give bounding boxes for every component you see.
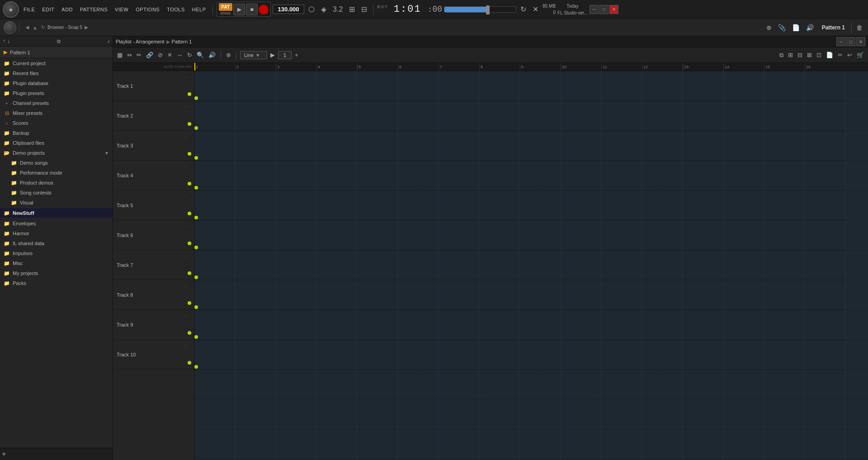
track-9-header[interactable]: Track 9 ··· [113,310,194,340]
browser-item-plugin-presets[interactable]: 📁 Plugin presets [0,88,113,98]
playlist-minimize[interactable]: ─ [836,37,845,46]
icon-plus-col[interactable]: ⊕ [764,23,774,32]
browser-item-product-demos[interactable]: 📁 Product demos [0,178,113,188]
browser-item-newstuff[interactable]: 📁 NewStuff [0,208,113,218]
pl-icon-repeat[interactable]: ↻ [186,51,193,59]
menu-edit[interactable]: EDIT [39,5,57,14]
pl-icon-link[interactable]: 🔗 [145,51,155,59]
menu-tools[interactable]: TOOLS [164,5,188,14]
icon-page[interactable]: 📄 [790,23,802,32]
pl-right-icon-6[interactable]: 📄 [825,51,835,59]
pl-step-plus[interactable]: + [293,51,300,59]
track-10-header[interactable]: Track 10 ··· [113,340,194,370]
app-logo[interactable]: ● [3,1,19,18]
pl-right-icon-9[interactable]: 🛒 [855,51,865,59]
browser-item-misc[interactable]: 📁 Misc [0,258,113,268]
grid-row-7[interactable] [194,250,845,280]
line-mode-select[interactable]: Line ▼ [240,51,267,59]
browser-item-envelopes[interactable]: 📁 Envelopes [0,218,113,228]
pl-right-icon-5[interactable]: ⊡ [815,51,823,59]
track-2-header[interactable]: Track 2 ··· [113,101,194,131]
grid-row-6[interactable] [194,220,845,250]
pl-right-icon-2[interactable]: ⊞ [787,51,794,59]
menu-help[interactable]: HELP [189,5,209,14]
browser-up-icon[interactable]: ↑ [3,38,5,44]
pl-icon-extra1[interactable]: ⊕ [225,51,232,59]
nav-forward[interactable]: ▶ [83,24,90,31]
browser-item-plugin-database[interactable]: 📁 Plugin database [0,78,113,88]
pl-icon-delete[interactable]: ✕ [166,51,174,59]
track-6-header[interactable]: Track 6 ··· [113,220,194,250]
browser-item-backup[interactable]: 📁 Backup [0,128,113,138]
pl-icon-mute[interactable]: ⊘ [156,51,164,59]
menu-file[interactable]: FILE [21,5,38,14]
track-3-header[interactable]: Track 3 ··· [113,131,194,161]
grid-row-10[interactable] [194,340,845,370]
grid-row-1[interactable] [194,71,845,101]
maximize-button[interactable]: □ [599,5,609,14]
browser-item-impulses[interactable]: 📁 Impulses [0,248,113,258]
grid-row-9[interactable] [194,310,845,340]
browser-item-packs[interactable]: 📁 Packs [0,278,113,288]
record-button[interactable] [259,5,269,14]
play-button[interactable]: ▶ [233,4,245,15]
tempo-display[interactable]: 130.000 [273,5,304,14]
minimize-button[interactable]: ─ [590,5,599,14]
browser-item-my-projects[interactable]: 📁 My projects [0,268,113,278]
pl-right-icon-8[interactable]: ↩ [846,51,854,59]
track-1-header[interactable]: Track 1 ··· [113,71,194,101]
tool-icon-5[interactable]: ⊟ [359,3,369,15]
browser-item-song-contests[interactable]: 📁 Song contests [0,188,113,198]
icon-speaker[interactable]: 🔊 [804,23,816,32]
menu-view[interactable]: VIEW [112,5,131,14]
browser-item-demo-projects[interactable]: 📂 Demo projects ▼ [0,148,113,158]
tool-icon-3[interactable]: 3.2 [330,4,345,15]
browser-item-channel-presets[interactable]: ▪ Channel presets [0,98,113,108]
stop-button[interactable]: ■ [246,4,258,15]
browser-item-current-project[interactable]: 📁 Current project [0,58,113,68]
pl-icon-zoom[interactable]: 🔍 [195,51,205,59]
pl-icon-vol[interactable]: 🔊 [207,51,217,59]
grid-row-2[interactable] [194,101,845,131]
browser-item-clipboard[interactable]: 📁 Clipboard files [0,138,113,148]
step-value[interactable]: 1 [278,51,292,59]
right-icon-1[interactable]: ↻ [518,3,528,15]
grid-row-5[interactable] [194,190,845,220]
browser-copy-icon[interactable]: ⧉ [57,38,61,44]
menu-patterns[interactable]: PATTERNS [77,5,110,14]
master-pitch-knob[interactable] [4,21,16,34]
right-icon-2[interactable]: ✕ [530,3,541,15]
track-7-header[interactable]: Track 7 ··· [113,250,194,280]
tool-icon-4[interactable]: ⊞ [347,3,357,15]
browser-add-button[interactable]: + [2,450,6,458]
browser-item-recent-files[interactable]: 📁 Recent files [0,68,113,78]
pl-icon-grid[interactable]: ▦ [116,51,124,59]
master-volume-slider[interactable] [444,6,516,13]
grid-row-3[interactable] [194,131,845,161]
playlist-close[interactable]: ✕ [856,37,865,46]
icon-clip[interactable]: 📎 [776,23,788,32]
browser-item-il-shared[interactable]: 📁 IL shared data [0,238,113,248]
pl-icon-arrow-lr[interactable]: ↔ [175,51,184,59]
browser-item-performance-mode[interactable]: 📁 Performance mode [0,168,113,178]
pl-play-icon[interactable]: ▶ [269,51,276,59]
menu-add[interactable]: ADD [59,5,75,14]
close-button[interactable]: ✕ [609,5,618,14]
browser-item-demo-songs[interactable]: 📁 Demo songs [0,158,113,168]
pl-right-icon-3[interactable]: ⊟ [796,51,804,59]
browser-down-icon[interactable]: ↓ [7,38,10,44]
nav-refresh[interactable]: ↻ [40,24,47,31]
pat-button[interactable]: PAT [219,3,233,11]
pl-right-icon-4[interactable]: ⊠ [806,51,813,59]
pl-right-icon-1[interactable]: ⧉ [778,51,785,60]
pl-icon-pencil[interactable]: ✏ [135,51,143,59]
browser-item-mixer-presets[interactable]: ⊟ Mixer presets [0,108,113,118]
playlist-maximize[interactable]: □ [846,37,855,46]
menu-options[interactable]: OPTIONS [133,5,162,14]
track-4-header[interactable]: Track 4 ··· [113,161,194,190]
track-5-header[interactable]: Track 5 ··· [113,190,194,220]
pl-right-icon-7[interactable]: ✂ [836,51,844,59]
trash-icon[interactable]: 🗑 [854,23,864,32]
browser-item-harmor[interactable]: 📁 Harmor [0,228,113,238]
browser-speaker-icon[interactable]: ♪ [108,38,110,44]
